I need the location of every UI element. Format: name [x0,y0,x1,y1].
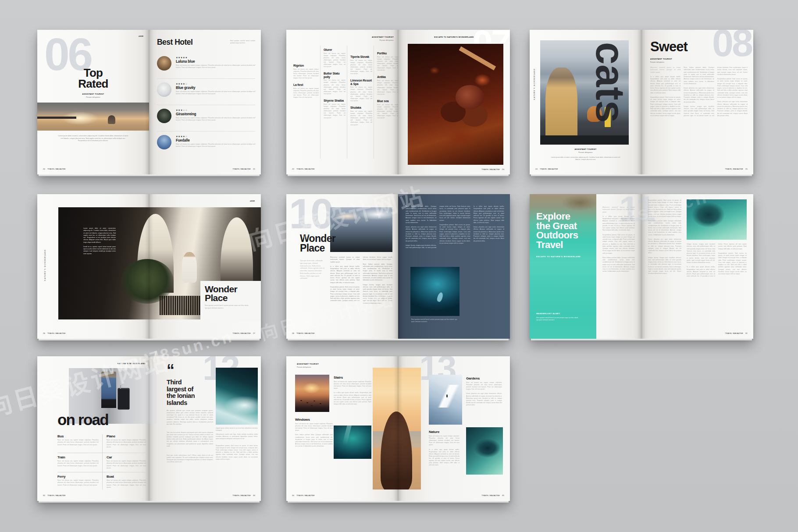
island-aerial-photo [687,199,747,240]
body-paragraph: In a tellus quis quam dictum mollis. Sus… [602,216,635,232]
photo-caption: Lorem ipsum dolor sit amet, consectetur … [549,156,622,161]
overlay-text-block: Lorem ipsum dolor sit amet, consectetur … [83,227,116,255]
restaurant-desc: Nunc vel massa nec sapien tempor vulputa… [293,68,319,80]
body-paragraph: Darit gire essita velenclamus etur? Offi… [167,454,213,463]
kicker-block: ASSISTANT TOURIST Foriam deluptatur [372,36,394,41]
magazine-name: TRAVEL MAGAZINE [725,168,743,170]
star-rating: ★★★☆☆ [176,109,255,111]
magazine-name: TRAVEL MAGAZINE [296,494,315,497]
restaurant-name: Limneon Resort & Spa [350,79,372,85]
restaurant-name: Rigeton [293,64,319,67]
restaurant-desc: Nunc vel massa nec sapien tempor vulputa… [377,56,398,72]
star-rating: ★★★★☆ [176,135,255,138]
arch-shape [221,217,253,287]
transport-desc: Nunc vel massa nec sapien tempor vulputa… [57,439,99,450]
magazine-name: TRAVEL MAGAZINE [296,168,315,170]
heading-line: Islands [167,400,195,407]
magazine-name: TRAVEL MAGAZINE [47,494,66,497]
restaurant-desc: Nunc vel massa nec sapien tempor vulputa… [324,79,346,95]
section-title: Top Rated [37,67,149,89]
restaurant-name: Shulaka [350,106,372,109]
spread-09-wonder-place-courtyard: NATURE'S WONDERLAND 26TRAVEL MAGAZINE #0… [37,194,261,339]
title-line: the Great [536,221,578,231]
alert-label: WANDERLUST ALERT. [536,312,560,315]
body-paragraph: Nunc vel massa nec sapien tempor vulputa… [466,382,502,390]
intro-caption: Lorem ipsum dolor sit amet, consectetur … [57,135,129,142]
cover-subtitle: ESCAPE TO NATURE'S WONDERLAND [536,255,581,258]
pull-heading: Third largest of the Ionian Islands [167,379,195,407]
body-paragraph: Integer lacinia, magna quis tincidunt ul… [648,257,681,275]
body-paragraph: Tem sum faccaerum doluptia nonsequam qua… [167,432,213,447]
body-paragraph: Nunc finibus pretium dolor. Quisque soll… [648,220,681,236]
kicker: ASSISTANT TOURIST [530,148,641,151]
page-right: 07 ESCAPE TO NATURE'S WONDERLAND TRAVEL … [398,30,510,174]
issue-number: #008 [139,35,143,38]
title-caption: Rest quation senchil loresl uratem peria… [205,305,249,309]
underwater-diver-photo [410,267,460,316]
page-right: 12 “ Third largest of the Ionian Islands… [149,356,261,501]
hotel-name: Laluna blue [176,60,255,64]
photo-caption: Udisootature natem sum fuga. Itatior mol… [216,433,258,440]
body-paragraph: Nunc vel massa nec sapien tempor vulputa… [429,435,460,447]
restaurant-name: Glurer [324,48,346,51]
magazine-name: TRAVEL MAGAZINE [725,332,743,334]
kicker-sub: Foriam deluptatur [650,61,672,63]
kicker-block: ASSISTANT TOURIST Periam deluptatur [530,148,641,153]
page-left: NATURE'S WONDERLAND cats ASSISTANT TOURI… [530,30,641,174]
page-left: 06 #008 Top Rated ASSISTANT TOURIST Peri… [37,30,149,174]
title-line: Travel [536,240,578,250]
big-word-cats: cats [591,42,629,156]
page-left: 10 Wonder Place "Quisque lorem nulla, so… [286,194,398,339]
transport-desc: Nunc vel massa nec sapien tempor vulputa… [57,460,99,470]
restaurant-name: Portiku [377,52,398,55]
restaurant-desc: Nunc vel massa nec sapien tempor vulputa… [377,104,398,120]
overlay-paragraph: Lorem ipsum dolor sit amet, consectetur … [83,227,116,244]
body-paragraph: Suspendisse potenti. Sed cursus mi ipsum… [602,234,635,255]
transport-cell: Bus Nunc vel massa nec sapien tempor vul… [57,434,99,450]
suitcase-figure [118,388,129,409]
kicker-sub: Periam deluptatur [37,96,149,98]
transport-cell: Plane Nunc vel massa nec sapien tempor v… [107,434,146,450]
section-heading: Stairs [334,376,343,379]
page-number: 27 [253,332,255,334]
article-body: Maecenas euismod massa ac neque malesuad… [650,67,748,160]
sunset-boats-photo [295,375,329,412]
woman-hair-silhouette [381,411,413,489]
restaurant-name: Blue sea [377,99,398,103]
article-body-dark: Nunc finibus pretium dolor. Quisque soll… [406,206,504,264]
page-left: 11 Explore the Great Outdoors Travel ESC… [530,194,641,339]
sidebar-vertical-label: NATURE'S WONDERLAND [44,249,46,281]
transport-name: Plane [107,434,146,438]
footer-left: 32TRAVEL MAGAZINE [43,494,66,497]
title-line: Explore [536,212,578,221]
page-number: 34 [292,494,294,497]
kicker-block: ASSISTANT TOURIST Periam deluptatur [37,93,149,98]
body-paragraph: Nunc finibus pretium dolor. Quisque soll… [406,206,436,224]
hotel-list-item: ★★★★☆ Blue gravity Nunc vel massa nec sa… [157,79,255,105]
footer-right: TRAVEL MAGAZINE25 [725,168,748,170]
kicker-sub: Periam deluptatur [297,366,319,368]
grid-divider [57,472,146,472]
page-number: 23 [502,168,504,170]
footer-right: TRAVEL MAGAZINE27 [232,332,255,334]
heading-aside: Rest quation senchil loresl uratem peria… [230,40,255,45]
kicker: ASSISTANT TOURIST [297,363,319,365]
restaurant-name: Tiperia Slovak [350,55,372,58]
magazine-name: TRAVEL MAGAZINE [232,494,251,497]
traveler-figure [101,372,116,408]
restaurant-desc: Nunc vel massa nec sapien tempor vulputa… [350,110,372,126]
transport-name: Bus [57,434,99,438]
spread-10-wonder-place: 10 Wonder Place "Quisque lorem nulla, so… [286,194,510,339]
magazine-name: TRAVEL MAGAZINE [481,168,500,170]
page-right-dark: Nunc finibus pretium dolor. Quisque soll… [398,194,510,339]
heading-line: Third [167,379,195,386]
hotel-name: Fuedalle [176,138,255,142]
underwater-photo [334,426,371,459]
page-number: 31 [745,332,748,334]
body-paragraph: Nunc finibus pretium dolor. Quisque soll… [295,434,333,447]
spread-11-explore-outdoors: 11 Explore the Great Outdoors Travel ESC… [530,194,753,339]
hotel-desc: Nunc vel massa nec sapien tempor vulputa… [176,117,255,122]
page-right: 11 Suspendisse potenti. Sed cursus mi ip… [641,194,753,339]
page-number: 33 [253,494,255,497]
page-header: ESCAPE TO NATURE'S WONDERLAND [398,36,510,39]
